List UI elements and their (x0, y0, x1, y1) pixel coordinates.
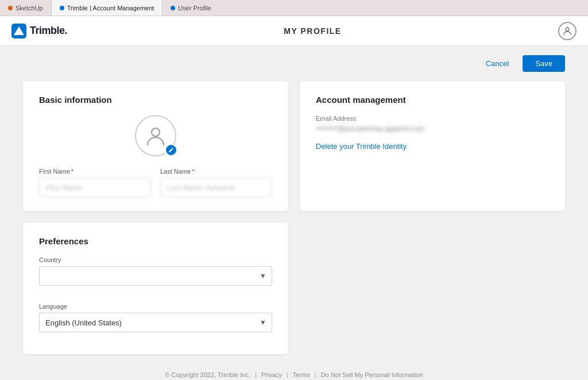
trimble-logo-icon (11, 24, 26, 39)
logo[interactable]: Trimble. (11, 24, 67, 39)
tab-trimble-account[interactable]: Trimble | Account Management (52, 0, 163, 16)
last-name-label: Last Name* (160, 168, 272, 175)
avatar-wrapper (135, 115, 176, 156)
account-management-card: Account management Email Address •••••••… (300, 81, 565, 211)
basic-info-card: Basic information First Name (23, 81, 288, 211)
trimble-tab-dot (60, 6, 64, 10)
language-select[interactable]: English (United States) English (United … (39, 313, 272, 332)
name-form-row: First Name* Last Name* (39, 168, 272, 197)
basic-info-title: Basic information (39, 95, 272, 105)
country-group: Country United States United Kingdom Can… (39, 256, 272, 294)
footer-copyright: © Copyright 2022, Trimble Inc. (165, 371, 250, 378)
app-header: Trimble. MY PROFILE (0, 16, 588, 46)
svg-point-2 (566, 28, 569, 31)
first-name-required: * (71, 168, 74, 175)
footer: © Copyright 2022, Trimble Inc. | Privacy… (23, 366, 565, 380)
user-avatar-button[interactable] (558, 22, 577, 40)
delete-identity-link[interactable]: Delete your Trimble Identity (316, 142, 407, 151)
first-name-group: First Name* (39, 168, 151, 197)
tab-user-profile[interactable]: User Profile (163, 0, 219, 16)
user-icon (562, 26, 572, 36)
tab-bar: SketchUp Trimble | Account Management Us… (0, 0, 588, 16)
footer-sep-2: | (287, 371, 288, 378)
cards-grid: Basic information First Name (23, 81, 565, 354)
save-button[interactable]: Save (523, 55, 565, 72)
footer-sep-3: | (315, 371, 316, 378)
footer-privacy-link[interactable]: Privacy (261, 371, 282, 378)
logo-text: Trimble. (30, 25, 67, 37)
footer-sep-1: | (255, 371, 257, 378)
country-select[interactable]: United States United Kingdom Canada (39, 266, 272, 286)
page-title: MY PROFILE (284, 26, 341, 36)
language-label: Language (39, 303, 272, 310)
svg-point-3 (152, 128, 160, 136)
last-name-group: Last Name* (160, 168, 272, 197)
footer-do-not-sell-link[interactable]: Do Not Sell My Personal Information (321, 371, 423, 378)
last-name-input[interactable] (160, 178, 272, 197)
avatar-person-icon (144, 124, 167, 147)
avatar-edit-button[interactable] (165, 144, 177, 156)
action-bar: Cancel Save (23, 55, 565, 72)
country-select-wrapper: United States United Kingdom Canada ▼ (39, 266, 272, 286)
email-value: ••••••••@privaterelay.appleid.com (316, 124, 549, 133)
account-management-title: Account management (316, 95, 549, 105)
edit-icon (168, 147, 174, 153)
tab-trimble-label: Trimble | Account Management (67, 5, 154, 11)
main-content: Cancel Save Basic information (0, 46, 588, 380)
tab-user-profile-label: User Profile (178, 5, 211, 11)
preferences-card: Preferences Country United States United… (23, 222, 288, 354)
cancel-button[interactable]: Cancel (478, 55, 517, 72)
footer-terms-link[interactable]: Terms (293, 371, 310, 378)
language-select-wrapper: English (United States) English (United … (39, 313, 272, 332)
last-name-required: * (192, 168, 194, 175)
email-label: Email Address (316, 115, 549, 122)
first-name-input[interactable] (39, 178, 151, 197)
first-name-label: First Name* (39, 168, 151, 175)
tab-sketchup-label: SketchUp (16, 5, 43, 11)
tab-sketchup[interactable]: SketchUp (0, 0, 52, 16)
user-profile-tab-dot (171, 6, 175, 10)
preferences-title: Preferences (39, 236, 272, 246)
country-label: Country (39, 256, 272, 263)
sketchup-tab-dot (8, 6, 13, 10)
language-group: Language English (United States) English… (39, 303, 272, 340)
